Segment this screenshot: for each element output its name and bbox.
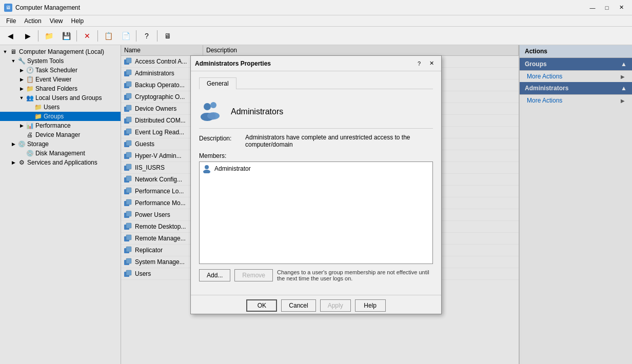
cancel-button[interactable]: Cancel — [281, 299, 315, 312]
title-bar: 🖥 Computer Management — □ ✕ — [0, 0, 632, 15]
svg-point-38 — [204, 103, 211, 110]
import-button[interactable]: 📄 — [117, 29, 134, 43]
close-button[interactable]: ✕ — [615, 3, 628, 13]
dialog-close-button[interactable]: ✕ — [426, 58, 437, 69]
delete-button[interactable]: ✕ — [79, 29, 95, 43]
dialog-help-button[interactable]: ? — [413, 58, 425, 69]
member-item-administrator[interactable]: Administrator — [200, 162, 432, 175]
toolbar: ◀ ▶ 📁 💾 ✕ 📋 📄 ? 🖥 — [0, 27, 632, 45]
remove-button[interactable]: Remove — [234, 269, 273, 281]
group-name: Administrators — [231, 107, 283, 116]
help-button[interactable]: Help — [355, 299, 386, 312]
menu-help[interactable]: Help — [67, 16, 88, 26]
dialog-title-buttons: ? ✕ — [413, 58, 437, 69]
membership-note: Changes to a user's group membership are… — [277, 269, 433, 281]
dialog-title-bar: Administrators Properties ? ✕ — [191, 56, 441, 71]
maximize-button[interactable]: □ — [600, 3, 614, 13]
user-icon — [202, 164, 212, 174]
svg-point-39 — [210, 102, 216, 108]
tab-bar: General — [199, 77, 433, 89]
menu-file[interactable]: File — [2, 16, 20, 26]
administrators-properties-dialog: Administrators Properties ? ✕ General — [190, 55, 442, 314]
back-button[interactable]: ◀ — [2, 29, 18, 43]
group-icon-area: Administrators — [199, 95, 433, 129]
toolbar-separator-3 — [97, 30, 98, 42]
add-remove-row: Add... Remove Changes to a user's group … — [199, 269, 433, 281]
toolbar-separator-2 — [76, 30, 77, 42]
save-button[interactable]: 💾 — [58, 29, 74, 43]
svg-rect-42 — [202, 113, 215, 120]
computer-button[interactable]: 🖥 — [160, 29, 176, 43]
dialog-content: General Administrators — [191, 71, 441, 293]
svg-point-43 — [205, 165, 209, 169]
title-bar-buttons: — □ ✕ — [586, 3, 628, 13]
open-button[interactable]: 📁 — [41, 29, 57, 43]
tab-general[interactable]: General — [199, 77, 236, 89]
add-button[interactable]: Add... — [199, 269, 230, 281]
help-button[interactable]: ? — [139, 29, 155, 43]
minimize-button[interactable]: — — [586, 3, 599, 13]
dialog-title: Administrators Properties — [195, 60, 413, 67]
description-field: Description: Administrators have complet… — [199, 134, 433, 148]
menu-action[interactable]: Action — [20, 16, 45, 26]
members-label: Members: — [199, 152, 433, 159]
toolbar-separator-1 — [38, 30, 38, 42]
menu-bar: File Action View Help — [0, 15, 632, 27]
toolbar-separator-5 — [157, 30, 157, 42]
group-icon — [199, 99, 224, 124]
dialog-footer: OK Cancel Apply Help — [191, 295, 441, 314]
forward-button[interactable]: ▶ — [19, 29, 36, 43]
menu-view[interactable]: View — [46, 16, 67, 26]
app-icon: 🖥 — [4, 4, 12, 12]
member-name: Administrator — [214, 165, 251, 172]
description-value: Administrators have complete and unrestr… — [245, 134, 433, 148]
modal-overlay: Administrators Properties ? ✕ General — [0, 45, 632, 364]
toolbar-separator-4 — [136, 30, 136, 42]
ok-button[interactable]: OK — [246, 299, 277, 312]
apply-button[interactable]: Apply — [320, 299, 351, 312]
title-bar-text: Computer Management — [15, 4, 586, 11]
members-list[interactable]: Administrator — [199, 161, 433, 264]
export-button[interactable]: 📋 — [100, 29, 116, 43]
svg-point-44 — [203, 170, 210, 173]
description-label: Description: — [199, 134, 245, 142]
